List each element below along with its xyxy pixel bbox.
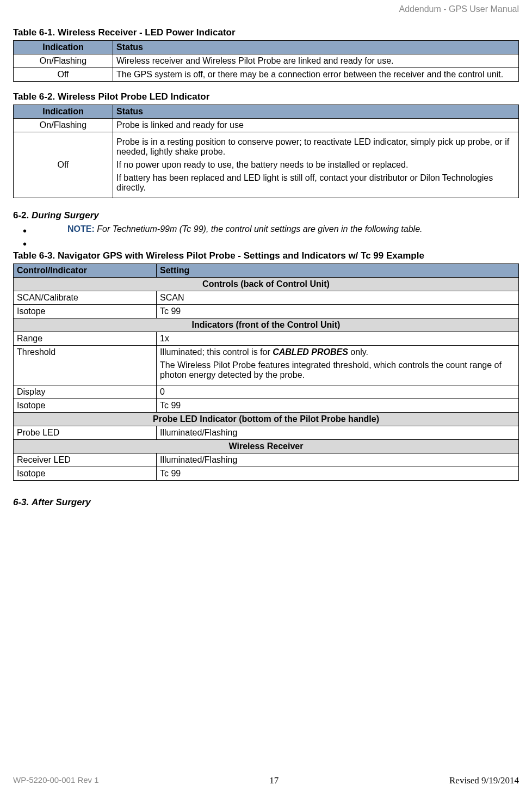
bullet-icon: •: [23, 224, 67, 236]
footer-left: WP-5220-00-001 Rev 1: [13, 775, 99, 786]
cell-status: Probe is in a resting position to conser…: [113, 132, 519, 198]
note-content: NOTE: For Technetium-99m (Tc 99), the co…: [67, 224, 422, 234]
section-title: After Surgery: [32, 497, 91, 507]
status-line: If battery has been replaced and LED lig…: [116, 173, 515, 193]
emphasis: CABLED PROBES: [273, 347, 348, 357]
table-row: Off The GPS system is off, or there may …: [14, 68, 519, 82]
table-row: On/Flashing Probe is linked and ready fo…: [14, 119, 519, 132]
content: Table 6-1. Wireless Receiver - LED Power…: [13, 14, 519, 759]
table-row: Off Probe is in a resting position to co…: [14, 132, 519, 198]
cell-setting: Illuminated/Flashing: [157, 426, 519, 440]
table-row: On/Flashing Wireless receiver and Wirele…: [14, 54, 519, 68]
section-num: 6-3.: [13, 497, 29, 507]
page: Addendum - GPS User Manual Table 6-1. Wi…: [0, 0, 532, 797]
col-header-status: Status: [113, 41, 519, 54]
note-text: For Technetium-99m (Tc 99), the control …: [95, 224, 423, 234]
cell-indication: On/Flashing: [14, 119, 113, 132]
section-label: Wireless Receiver: [14, 440, 519, 453]
col-header-status: Status: [113, 105, 519, 119]
col-header-indication: Indication: [14, 105, 113, 119]
table-6-3-title: Table 6-3. Navigator GPS with Wireless P…: [13, 250, 519, 261]
table-row: Display 0: [14, 385, 519, 399]
section-label: Indicators (front of the Control Unit): [14, 318, 519, 332]
header-right: Addendum - GPS User Manual: [13, 4, 519, 14]
table-section-row: Wireless Receiver: [14, 440, 519, 453]
col-header-control: Control/Indicator: [14, 264, 157, 278]
cell-indication: On/Flashing: [14, 54, 113, 68]
table-6-2: Indication Status On/Flashing Probe is l…: [13, 105, 519, 198]
col-header-indication: Indication: [14, 41, 113, 54]
cell-control: Threshold: [14, 346, 157, 385]
footer-right: Revised 9/19/2014: [449, 775, 519, 786]
table-6-1: Indication Status On/Flashing Wireless r…: [13, 40, 519, 82]
cell-status: Probe is linked and ready for use: [113, 119, 519, 132]
cell-indication: Off: [14, 68, 113, 82]
cell-indication: Off: [14, 132, 113, 198]
bullet-icon: •: [23, 237, 67, 249]
cell-setting: Tc 99: [157, 399, 519, 413]
cell-control: Display: [14, 385, 157, 399]
cell-control: Isotope: [14, 399, 157, 413]
col-header-setting: Setting: [157, 264, 519, 278]
cell-control: Isotope: [14, 467, 157, 481]
cell-setting: 1x: [157, 332, 519, 346]
section-num: 6-2.: [13, 210, 29, 220]
status-line: Probe is in a resting position to conser…: [116, 137, 515, 157]
cell-control: Isotope: [14, 305, 157, 318]
cell-setting: SCAN: [157, 291, 519, 305]
status-line: If no power upon ready to use, the batte…: [116, 160, 515, 170]
section-6-2-heading: 6-2. During Surgery: [13, 210, 519, 221]
table-row: Probe LED Illuminated/Flashing: [14, 426, 519, 440]
cell-setting: Tc 99: [157, 467, 519, 481]
table-row: Range 1x: [14, 332, 519, 346]
table-row: Isotope Tc 99: [14, 399, 519, 413]
cell-status: Wireless receiver and Wireless Pilot Pro…: [113, 54, 519, 68]
table-row: Indication Status: [14, 105, 519, 119]
section-label: Probe LED Indicator (bottom of the Pilot…: [14, 413, 519, 426]
table-row: Indication Status: [14, 41, 519, 54]
cell-control: SCAN/Calibrate: [14, 291, 157, 305]
cell-setting: Illuminated/Flashing: [157, 453, 519, 467]
table-section-row: Controls (back of Control Unit): [14, 278, 519, 291]
note-label: NOTE:: [67, 224, 95, 234]
note-block: • NOTE: For Technetium-99m (Tc 99), the …: [23, 224, 519, 236]
table-section-row: Indicators (front of the Control Unit): [14, 318, 519, 332]
section-title: During Surgery: [32, 210, 99, 220]
table-row: SCAN/Calibrate SCAN: [14, 291, 519, 305]
cell-control: Range: [14, 332, 157, 346]
cell-status: The GPS system is off, or there may be a…: [113, 68, 519, 82]
setting-line: The Wireless Pilot Probe features integr…: [160, 360, 515, 380]
table-row: Control/Indicator Setting: [14, 264, 519, 278]
table-section-row: Probe LED Indicator (bottom of the Pilot…: [14, 413, 519, 426]
section-6-3-heading: 6-3. After Surgery: [13, 497, 519, 508]
table-row: Receiver LED Illuminated/Flashing: [14, 453, 519, 467]
table-6-2-title: Table 6-2. Wireless Pilot Probe LED Indi…: [13, 91, 519, 102]
table-row: Isotope Tc 99: [14, 305, 519, 318]
cell-setting: Tc 99: [157, 305, 519, 318]
section-label: Controls (back of Control Unit): [14, 278, 519, 291]
table-6-3: Control/Indicator Setting Controls (back…: [13, 263, 519, 481]
table-row: Isotope Tc 99: [14, 467, 519, 481]
footer-page-number: 17: [269, 775, 279, 786]
footer: WP-5220-00-001 Rev 1 17 Revised 9/19/201…: [13, 775, 519, 786]
cell-control: Probe LED: [14, 426, 157, 440]
cell-setting: 0: [157, 385, 519, 399]
setting-line: Illuminated; this control is for CABLED …: [160, 347, 515, 357]
table-row: Threshold Illuminated; this control is f…: [14, 346, 519, 385]
cell-control: Receiver LED: [14, 453, 157, 467]
empty-bullet: •: [23, 237, 519, 249]
table-6-1-title: Table 6-1. Wireless Receiver - LED Power…: [13, 27, 519, 38]
cell-setting: Illuminated; this control is for CABLED …: [157, 346, 519, 385]
